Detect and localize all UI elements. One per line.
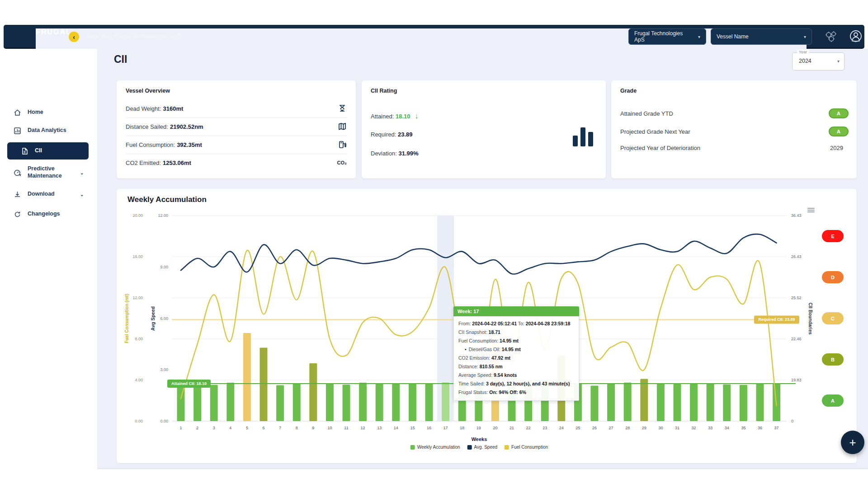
- plus-icon: +: [849, 436, 856, 450]
- company-select[interactable]: Frugal Technologies ApS ▾: [628, 28, 706, 45]
- tooltip-body: From: 2024-04-22 05:12:41 To: 2024-04-28…: [453, 316, 579, 401]
- tooltip-row: CII Snapshot: 18.71: [458, 328, 574, 337]
- weekly-accumulation-card: Weekly Accumulation Attained CII: 18.10R…: [117, 189, 857, 463]
- axis-tick-label: 6.00: [160, 316, 168, 321]
- legend-item[interactable]: Avg. Speed: [467, 445, 498, 450]
- deterioration-year: 2029: [830, 145, 849, 151]
- bar-week-36[interactable]: [756, 383, 764, 421]
- axis-tick-label: 20.00: [132, 213, 143, 218]
- bar-week-2[interactable]: [193, 385, 201, 421]
- sidebar-collapse-button[interactable]: ‹: [69, 32, 79, 42]
- x-tick-label: 27: [609, 426, 613, 430]
- grade-badge-letter: C: [831, 316, 835, 321]
- axis-tick-label: 9.00: [160, 265, 168, 269]
- axis-tick-label: 19.83: [791, 378, 802, 382]
- x-tick-label: 20: [493, 426, 497, 430]
- bar-week-16[interactable]: [425, 384, 433, 421]
- axis-tick-label: 12.00: [132, 296, 143, 300]
- tooltip-header: Week: 17: [453, 306, 579, 316]
- year-select[interactable]: Year 2024 ▾: [792, 52, 844, 70]
- bar-week-12[interactable]: [359, 383, 367, 421]
- add-button[interactable]: +: [841, 431, 864, 454]
- chevron-down-icon: ⌄: [80, 170, 84, 175]
- bar-week-27[interactable]: [607, 383, 615, 421]
- bar-week-26[interactable]: [591, 386, 599, 421]
- x-tick-label: 23: [542, 426, 547, 430]
- sidebar-item-predictive-maintenance[interactable]: Predictive Maintenance ⌄: [0, 163, 97, 183]
- bar-week-32[interactable]: [690, 384, 698, 421]
- bar-week-13[interactable]: [376, 384, 383, 421]
- legend-item[interactable]: Weekly Accumulation: [410, 445, 460, 450]
- bar-week-14[interactable]: [392, 384, 400, 421]
- x-tick-label: 14: [394, 426, 398, 430]
- grade-row-ytd: Attained Grade YTD A: [620, 108, 849, 118]
- bar-week-7[interactable]: [276, 385, 284, 421]
- bar-week-29[interactable]: [640, 379, 648, 421]
- vessel-select[interactable]: Vessel Name ▾: [711, 28, 812, 45]
- bar-week-6[interactable]: [260, 347, 268, 421]
- bar-week-5[interactable]: [243, 333, 251, 421]
- cii-axis-title: CII Boundaries: [808, 303, 813, 335]
- x-tick-label: 35: [741, 426, 745, 430]
- bar-week-35[interactable]: [740, 385, 747, 421]
- vessel-row-co2: CO2 Emitted:1253.06mt CO₂: [126, 154, 347, 172]
- bar-week-8[interactable]: [293, 384, 301, 421]
- document-icon: [21, 147, 28, 155]
- chevron-down-icon: ▾: [804, 34, 806, 39]
- bar-week-17[interactable]: [442, 382, 449, 421]
- scale-icon: [338, 104, 347, 113]
- sidebar-item-cii[interactable]: CII: [7, 142, 89, 160]
- axis-tick-label: 36.43: [791, 213, 802, 218]
- required-cii-label-text: Required CII: 23.89: [758, 317, 795, 322]
- download-icon: [14, 191, 21, 198]
- sidebar-item-download[interactable]: Download ⌄: [0, 186, 97, 203]
- axis-tick-label: 0: [791, 419, 793, 423]
- bar-week-30[interactable]: [657, 383, 665, 421]
- legend-label: Avg. Speed: [474, 445, 498, 450]
- bar-week-3[interactable]: [210, 385, 218, 421]
- x-tick-label: 33: [708, 426, 712, 430]
- axis-tick-label: 4.00: [135, 378, 143, 382]
- sidebar-item-data-analytics[interactable]: Data Analytics: [0, 122, 97, 139]
- sidebar-item-home[interactable]: Home: [0, 104, 97, 121]
- tooltip-row: Diesel/Gas Oil: 14.95 mt: [458, 345, 574, 354]
- x-tick-label: 8: [296, 426, 298, 430]
- x-tick-label: 19: [476, 426, 481, 430]
- bar-week-11[interactable]: [343, 385, 350, 421]
- card-title: CII Rating: [371, 88, 397, 94]
- x-tick-label: 9: [312, 426, 314, 430]
- card-title: Grade: [620, 88, 637, 94]
- x-tick-label: 5: [246, 426, 248, 430]
- gauge-icon: [14, 169, 21, 177]
- trend-down-arrow-icon: ↓: [415, 112, 418, 120]
- x-tick-label: 15: [410, 426, 415, 430]
- grade-badge: A: [829, 127, 849, 136]
- bar-week-31[interactable]: [674, 384, 681, 421]
- vessel-row-fuel: Fuel Consumption:392.35mt: [126, 136, 347, 154]
- bar-week-10[interactable]: [326, 383, 334, 421]
- x-tick-label: 37: [774, 426, 779, 430]
- bar-week-33[interactable]: [707, 384, 714, 421]
- bar-week-4[interactable]: [226, 383, 234, 421]
- x-tick-label: 12: [361, 426, 365, 430]
- co2-icon: CO₂: [337, 160, 347, 165]
- tooltip-row: CO2 Emission: 47.92 mt: [458, 354, 574, 362]
- bar-week-15[interactable]: [409, 384, 416, 421]
- legend-item[interactable]: Fuel Consumption: [505, 445, 548, 450]
- account-icon[interactable]: [848, 29, 863, 46]
- settings-gears-icon[interactable]: [824, 30, 839, 45]
- x-tick-label: 36: [758, 426, 762, 430]
- grade-badge-letter: A: [831, 398, 835, 404]
- x-tick-label: 17: [443, 426, 448, 430]
- bar-week-28[interactable]: [624, 383, 632, 421]
- bar-week-34[interactable]: [723, 385, 731, 421]
- bar-chart-icon: [572, 120, 595, 150]
- chevron-down-icon: ▾: [698, 34, 700, 39]
- axis-tick-label: 26.43: [791, 254, 802, 259]
- sidebar-item-changelogs[interactable]: Changelogs: [0, 206, 97, 223]
- grade-badge-letter: B: [831, 357, 835, 362]
- axis-tick-label: 3.00: [160, 367, 168, 372]
- tooltip-row: Fuel Consumption: 14.95 mt: [458, 337, 574, 345]
- legend-label: Fuel Consumption: [511, 445, 548, 450]
- bar-week-9[interactable]: [309, 363, 317, 421]
